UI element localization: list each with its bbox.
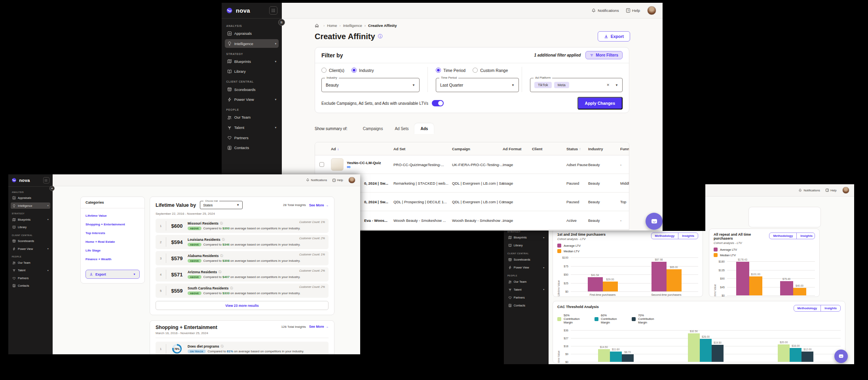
- sidebar-item-partners[interactable]: Partners: [11, 275, 50, 281]
- insight-item[interactable]: 1 78% Does diet programsⓘ ON TRACK Compa…: [156, 342, 329, 354]
- breadcrumb-item[interactable]: ›Intelligence: [337, 23, 362, 28]
- sidebar-item-power-view[interactable]: Power View▾: [11, 246, 50, 252]
- methodology-button[interactable]: Methodology: [651, 233, 678, 239]
- table-row[interactable]: Eva - Woos... Woosh Beauty - Smokeshow .…: [315, 211, 629, 230]
- sidebar-collapse-button[interactable]: ≡: [49, 186, 55, 191]
- info-icon[interactable]: ⓘ: [220, 254, 223, 258]
- clear-icon[interactable]: ✕: [607, 83, 610, 87]
- sidebar-item-our-team[interactable]: Our Team: [11, 259, 50, 266]
- radio-option[interactable]: Client(s): [321, 68, 344, 73]
- sidebar-item-blueprints[interactable]: Blueprints▾: [506, 234, 546, 241]
- category-link[interactable]: Shopping + Entertainment: [85, 220, 140, 229]
- sidebar-item-contacts[interactable]: Contacts: [11, 282, 50, 289]
- sidebar-item-power-view[interactable]: Power View▾: [225, 95, 279, 104]
- trait-select[interactable]: Choose trait States ▼: [200, 201, 243, 209]
- category-link[interactable]: Home + Real Estate: [85, 237, 140, 246]
- sidebar-item-partners[interactable]: Partners: [225, 133, 279, 142]
- sidebar-item-partners[interactable]: Partners: [506, 294, 546, 301]
- see-more-link[interactable]: See More→: [309, 325, 329, 329]
- time-period-select[interactable]: Time Period Last Quarter ▼: [436, 78, 519, 92]
- sort-desc-icon[interactable]: ↓: [337, 147, 339, 151]
- sidebar-item-blueprints[interactable]: Blueprints▾: [11, 216, 50, 223]
- info-icon[interactable]: ⓘ: [378, 33, 383, 40]
- row-checkbox[interactable]: [319, 162, 324, 167]
- notifications-button[interactable]: Notifications: [591, 8, 619, 13]
- sidebar-item-talent[interactable]: Talent▾: [11, 267, 50, 273]
- column-header-adformat[interactable]: Ad Format: [500, 147, 530, 151]
- sidebar-item-library[interactable]: Library: [11, 224, 50, 231]
- info-icon[interactable]: ⓘ: [218, 270, 221, 274]
- column-header-industry[interactable]: Industry: [586, 147, 618, 151]
- breadcrumb-item[interactable]: ›Home: [321, 23, 337, 28]
- column-header-client[interactable]: Client: [530, 147, 564, 151]
- insight-item[interactable]: 1 $600 Missouri Residentsⓘ ABOVE Compare…: [156, 219, 329, 233]
- category-link[interactable]: Top Interests: [85, 229, 140, 237]
- sidebar-item-talent[interactable]: Talent▾: [225, 123, 279, 132]
- sidebar-item-contacts[interactable]: Contacts: [225, 144, 279, 152]
- insight-item[interactable]: 3 $579 Alabama Residentsⓘ ABOVE Compared…: [156, 251, 329, 265]
- breadcrumb-item[interactable]: ›Creative Affinity: [362, 23, 397, 28]
- column-header-adset[interactable]: Ad Set: [391, 147, 450, 151]
- radio-option[interactable]: Time Period: [436, 68, 465, 73]
- industry-select[interactable]: Industry Beauty ▼: [321, 78, 420, 92]
- summary-tab[interactable]: Ad Sets: [389, 123, 414, 134]
- info-icon[interactable]: ⓘ: [230, 286, 233, 290]
- help-button[interactable]: ? Help: [332, 178, 343, 182]
- methodology-button[interactable]: Methodology: [794, 305, 821, 311]
- info-icon[interactable]: ⓘ: [222, 238, 225, 242]
- category-link[interactable]: Finance + Wealth: [85, 255, 140, 263]
- app-launcher-button[interactable]: [43, 177, 49, 183]
- platform-chip[interactable]: Meta: [554, 82, 569, 88]
- sidebar-item-intelligence[interactable]: Intelligence▾: [225, 39, 279, 47]
- avatar[interactable]: [647, 6, 656, 15]
- sidebar-item-scoreboards[interactable]: Scoreboards: [225, 85, 279, 93]
- column-header-funnel-stage[interactable]: Funnel Stage: [618, 147, 629, 151]
- app-launcher-button[interactable]: [269, 6, 277, 15]
- category-link[interactable]: Lifetime Value: [85, 211, 140, 220]
- summary-tab[interactable]: Campaigns: [357, 123, 389, 134]
- chat-bubble-button[interactable]: [834, 350, 848, 363]
- sidebar-item-library[interactable]: Library: [506, 242, 546, 249]
- notifications-button[interactable]: Notifications: [306, 178, 327, 182]
- export-button[interactable]: Export: [598, 31, 630, 42]
- help-button[interactable]: ? Help: [626, 8, 640, 13]
- methodology-button[interactable]: Methodology: [769, 233, 796, 239]
- apply-changes-button[interactable]: Apply Changes: [577, 97, 623, 110]
- see-more-link[interactable]: See More→: [309, 203, 329, 207]
- table-row[interactable]: 0, 2024 | Sw... Remarketing | STACKED | …: [315, 174, 629, 193]
- help-button[interactable]: ? Help: [826, 189, 837, 192]
- insight-item[interactable]: 4 $571 Arizona Residentsⓘ ABOVE Compared…: [156, 267, 329, 282]
- radio-option[interactable]: Industry: [351, 68, 374, 73]
- sidebar-item-intelligence[interactable]: Intelligence▾: [11, 202, 50, 209]
- column-header-status[interactable]: Status↑: [564, 147, 586, 151]
- radio-option[interactable]: Custom Range: [473, 68, 508, 73]
- insights-button[interactable]: Insights: [678, 233, 698, 239]
- sidebar-item-our-team[interactable]: Our Team: [506, 278, 546, 285]
- avatar[interactable]: [348, 177, 355, 183]
- sidebar-item-contacts[interactable]: Contacts: [506, 302, 546, 309]
- notifications-button[interactable]: Notifications: [798, 189, 820, 192]
- column-header-campaign[interactable]: Campaign: [450, 147, 500, 151]
- chat-bubble-button[interactable]: [646, 213, 663, 230]
- export-button[interactable]: Export ▼: [85, 270, 140, 279]
- sidebar-item-blueprints[interactable]: Blueprints▾: [225, 57, 279, 66]
- info-icon[interactable]: ⓘ: [220, 221, 223, 225]
- sidebar-collapse-button[interactable]: ≡: [278, 19, 285, 26]
- sidebar-item-appraisals[interactable]: Appraisals: [225, 29, 279, 38]
- exclude-ltv-toggle[interactable]: [432, 100, 444, 106]
- sidebar-item-talent[interactable]: Talent▾: [506, 286, 546, 293]
- insight-item[interactable]: 5 $559 South Carolina Residentsⓘ ABOVE C…: [156, 284, 329, 298]
- insights-button[interactable]: Insights: [821, 305, 840, 311]
- ad-platform-select[interactable]: Ad Platform TikTokMeta ✕ ▼: [530, 78, 623, 92]
- avatar[interactable]: [842, 187, 849, 194]
- column-header-ad[interactable]: Ad↓: [329, 147, 391, 151]
- insights-button[interactable]: Insights: [796, 233, 815, 239]
- view-more-button[interactable]: View 23 more results: [156, 301, 329, 310]
- sidebar-item-scoreboards[interactable]: Scoreboards: [11, 238, 50, 244]
- sidebar-item-library[interactable]: Library: [225, 67, 279, 76]
- sidebar-item-appraisals[interactable]: Appraisals: [11, 195, 50, 201]
- sidebar-item-scoreboards[interactable]: Scoreboards: [506, 256, 546, 263]
- sidebar-item-our-team[interactable]: Our Team: [225, 113, 279, 121]
- sidebar-item-power-view[interactable]: Power View▾: [506, 264, 546, 271]
- table-row[interactable]: 0, 2024 | Sw... QDL | Prospecting | DECI…: [315, 193, 629, 211]
